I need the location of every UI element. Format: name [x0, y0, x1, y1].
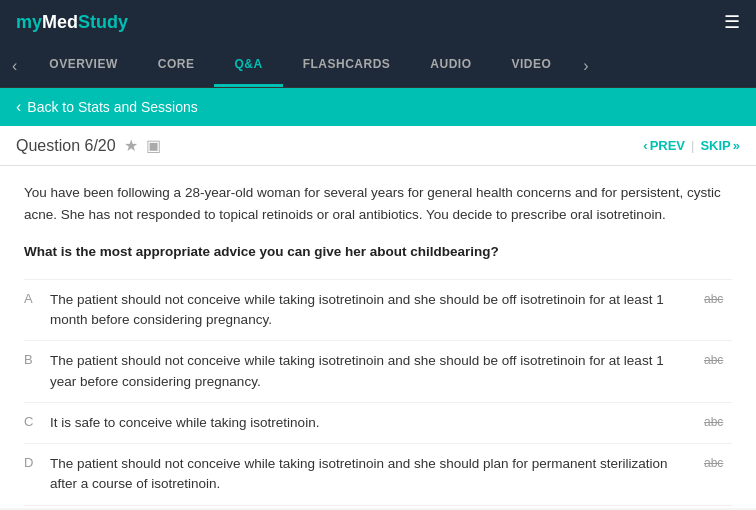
app-header: myMedStudy ☰ [0, 0, 756, 44]
abc-label-a: abc [704, 290, 732, 306]
option-letter-b: B [24, 351, 38, 367]
option-letter-c: C [24, 413, 38, 429]
logo-med: Med [42, 12, 78, 32]
abc-label-b: abc [704, 351, 732, 367]
answer-options: A The patient should not conceive while … [24, 279, 732, 508]
nav-left-arrow[interactable]: ‹ [0, 44, 29, 87]
tab-core[interactable]: CORE [138, 44, 215, 87]
prev-label: PREV [650, 138, 685, 153]
logo-my: my [16, 12, 42, 32]
tab-video[interactable]: VIDEO [491, 44, 571, 87]
option-text-d: The patient should not conceive while ta… [50, 454, 692, 495]
question-number: Question 6/20 ★ ▣ [16, 136, 161, 155]
star-icon[interactable]: ★ [124, 136, 138, 155]
back-chevron-icon: ‹ [16, 98, 21, 116]
nav-divider: | [691, 138, 694, 153]
nav-tabs: ‹ OVERVIEW CORE Q&A FLASHCARDS AUDIO VID… [0, 44, 756, 88]
option-text-a: The patient should not conceive while ta… [50, 290, 692, 331]
skip-label: SKIP [700, 138, 730, 153]
abc-label-d: abc [704, 454, 732, 470]
option-text-b: The patient should not conceive while ta… [50, 351, 692, 392]
option-text-c: It is safe to conceive while taking isot… [50, 413, 692, 433]
tab-flashcards[interactable]: FLASHCARDS [283, 44, 411, 87]
question-number-text: Question 6/20 [16, 137, 116, 155]
question-intro: You have been following a 28-year-old wo… [24, 182, 732, 225]
option-letter-a: A [24, 290, 38, 306]
question-body: You have been following a 28-year-old wo… [0, 166, 756, 508]
tab-overview[interactable]: OVERVIEW [29, 44, 137, 87]
skip-chevrons-icon: » [733, 138, 740, 153]
app-logo: myMedStudy [16, 12, 128, 33]
prev-button[interactable]: ‹ PREV [643, 138, 685, 153]
prev-chevron-icon: ‹ [643, 138, 647, 153]
back-bar-label: Back to Stats and Sessions [27, 99, 197, 115]
answer-option-c[interactable]: C It is safe to conceive while taking is… [24, 402, 732, 443]
hamburger-icon[interactable]: ☰ [724, 11, 740, 33]
nav-right-arrow[interactable]: › [571, 44, 600, 87]
logo-study: Study [78, 12, 128, 32]
answer-option-b[interactable]: B The patient should not conceive while … [24, 340, 732, 402]
tab-qa[interactable]: Q&A [214, 44, 282, 87]
question-navigation: ‹ PREV | SKIP » [643, 138, 740, 153]
question-text: What is the most appropriate advice you … [24, 241, 732, 263]
back-bar[interactable]: ‹ Back to Stats and Sessions [0, 88, 756, 126]
document-icon[interactable]: ▣ [146, 136, 161, 155]
answer-option-d[interactable]: D The patient should not conceive while … [24, 443, 732, 505]
tab-audio[interactable]: AUDIO [410, 44, 491, 87]
option-letter-d: D [24, 454, 38, 470]
abc-label-c: abc [704, 413, 732, 429]
skip-button[interactable]: SKIP » [700, 138, 740, 153]
answer-option-e[interactable]: E The patient should not conceive while … [24, 505, 732, 508]
answer-option-a[interactable]: A The patient should not conceive while … [24, 279, 732, 341]
question-header: Question 6/20 ★ ▣ ‹ PREV | SKIP » [0, 126, 756, 166]
